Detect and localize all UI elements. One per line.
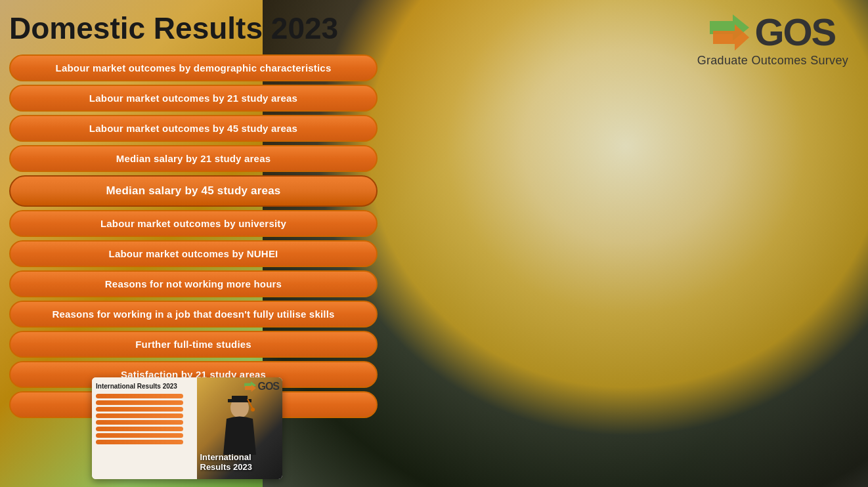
promo-card-title: International Results 2023: [96, 383, 193, 390]
promo-inner: International Results 2023 GOS: [92, 377, 282, 479]
gos-logo-container: GOS Graduate Outcomes Survey: [697, 13, 848, 68]
promo-mini-btn-2: [96, 400, 183, 405]
btn-median-21[interactable]: Median salary by 21 study areas: [9, 145, 378, 172]
promo-mini-btn-6: [96, 427, 183, 431]
btn-median-45[interactable]: Median salary by 45 study areas: [9, 175, 378, 207]
nav-buttons: Labour market outcomes by demographic ch…: [9, 54, 378, 418]
promo-mini-btn-4: [96, 413, 183, 418]
btn-demographic[interactable]: Labour market outcomes by demographic ch…: [9, 54, 378, 81]
btn-university[interactable]: Labour market outcomes by university: [9, 210, 378, 237]
promo-mini-btn-8: [96, 440, 183, 444]
promo-mini-btn-7: [96, 433, 183, 438]
mini-gos-arrow: [244, 381, 256, 392]
gos-subtitle: Graduate Outcomes Survey: [697, 54, 848, 68]
promo-card[interactable]: International Results 2023 GOS: [92, 377, 282, 479]
btn-45-study[interactable]: Labour market outcomes by 45 study areas: [9, 115, 378, 142]
svg-rect-6: [232, 396, 248, 399]
mini-gos: GOS: [244, 381, 279, 392]
btn-21-study[interactable]: Labour market outcomes by 21 study areas: [9, 85, 378, 112]
gos-logo-row: GOS: [710, 13, 835, 51]
btn-fulltime[interactable]: Further full-time studies: [9, 331, 378, 358]
btn-nuhei[interactable]: Labour market outcomes by NUHEI: [9, 240, 378, 267]
promo-overlay-text: International Results 2023: [200, 452, 280, 473]
promo-left: International Results 2023: [92, 377, 197, 479]
gos-arrow-icon: [710, 14, 749, 51]
promo-mini-btn-1: [96, 394, 183, 398]
btn-not-working[interactable]: Reasons for not working more hours: [9, 270, 378, 297]
gos-name: GOS: [754, 13, 835, 51]
promo-gos-logo: GOS: [244, 381, 279, 392]
page-title: Domestic Results 2023: [9, 12, 378, 45]
btn-skills[interactable]: Reasons for working in a job that doesn'…: [9, 301, 378, 328]
promo-mini-btn-3: [96, 407, 183, 412]
promo-right: GOS International Results 2023: [197, 377, 283, 479]
svg-point-8: [251, 408, 255, 412]
promo-mini-btn-5: [96, 420, 183, 425]
mini-gos-name: GOS: [257, 381, 279, 392]
